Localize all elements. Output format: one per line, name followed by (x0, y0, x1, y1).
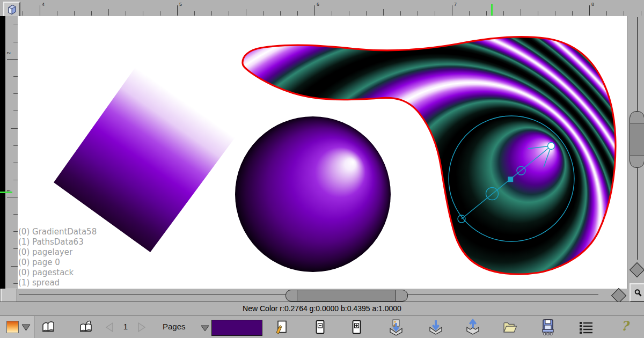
ruler-tick (57, 11, 57, 16)
delete-page-button[interactable] (315, 319, 326, 337)
ruler-tick (13, 93, 18, 94)
ruler-tick (280, 11, 281, 16)
ruler-top: 45678 (19, 0, 644, 16)
pages-label: Pages (163, 322, 186, 331)
ruler-tick (160, 11, 160, 16)
status-message: New Color r:0.2764 g:0.0000 b:0.4395 a:1… (243, 304, 401, 313)
ruler-tick (13, 283, 18, 284)
ruler-tick (246, 9, 246, 16)
layer-label: (0) pagestack (18, 268, 97, 278)
horizontal-scroll-diamond-button[interactable] (611, 288, 626, 303)
open-file-button[interactable] (502, 321, 517, 336)
ruler-unit-label: 8 (591, 2, 594, 7)
ruler-tick (297, 11, 298, 16)
open-book-button[interactable] (41, 320, 56, 336)
ruler-tick (486, 11, 487, 16)
vertical-scrollbar[interactable] (627, 16, 644, 289)
import-arrow-icon (428, 319, 444, 336)
add-page-button[interactable] (352, 319, 362, 337)
ruler-tick (13, 163, 18, 163)
ruler-tick (108, 9, 109, 16)
window-color-swatch-button[interactable] (6, 321, 19, 333)
ruler-tick (13, 145, 18, 146)
import-image-button[interactable] (388, 319, 404, 338)
ruler-tick (606, 11, 607, 16)
ruler-unit-label: 6 (317, 2, 319, 7)
page-flip-book-button[interactable] (78, 320, 93, 336)
ruler-tick (349, 11, 349, 16)
vertical-scroll-thumb[interactable] (630, 111, 644, 168)
ruler-tick (13, 214, 18, 215)
triangle-down-icon (21, 324, 31, 331)
ruler-tick (624, 11, 624, 16)
ruler-tick (641, 11, 641, 16)
ruler-tick (589, 5, 590, 16)
app-window: { "rulers": { "top": {"unit_labels": ["4… (0, 0, 644, 338)
color-dropdown-button[interactable] (21, 324, 31, 333)
ruler-top-position-marker (491, 4, 493, 16)
page-flip-book-icon (78, 320, 93, 334)
top-ruler-row: 45678 (0, 0, 644, 17)
ruler-tick (13, 76, 18, 77)
current-color-swatch[interactable] (211, 320, 262, 336)
next-page-button[interactable] (136, 321, 148, 335)
export-button[interactable] (465, 319, 481, 338)
ruler-tick (572, 11, 573, 16)
page-number-field[interactable]: 1 (119, 322, 132, 331)
radial-gradient-sphere[interactable] (235, 116, 391, 272)
artwork-layer (18, 16, 627, 289)
page-plus-icon (352, 319, 362, 335)
zoom-button[interactable] (630, 283, 644, 302)
ruler-tick (13, 231, 18, 232)
ruler-unit-label: 2 (6, 50, 11, 56)
ruler-tick (11, 266, 18, 267)
layer-label: (1) PathsData63 (18, 237, 97, 247)
ruler-tick (23, 11, 23, 16)
scrollbar-corner-box[interactable] (1, 289, 17, 302)
horizontal-scroll-thumb[interactable] (286, 290, 408, 302)
ruler-unit-label: 4 (42, 2, 45, 7)
layer-label: (0) GradientData58 (18, 227, 97, 237)
vertical-scroll-diamond-button[interactable] (630, 262, 644, 277)
ruler-tick (13, 248, 18, 249)
open-folder-icon (502, 321, 517, 334)
import-button[interactable] (428, 319, 444, 338)
ruler-unit-label: 3 (6, 188, 11, 194)
ruler-tick (521, 9, 521, 16)
ruler-tick (74, 11, 75, 16)
help-button[interactable]: ? (617, 318, 632, 335)
edit-page-button[interactable] (275, 320, 288, 337)
ruler-tick (194, 11, 195, 16)
gradient-focal-point-handle[interactable] (548, 143, 555, 150)
ruler-unit-label: 5 (179, 2, 182, 7)
list-icon (579, 321, 593, 334)
ruler-tick (13, 42, 18, 42)
export-arrow-icon (465, 319, 481, 336)
status-bar: New Color r:0.2764 g:0.0000 b:0.4395 a:1… (0, 302, 644, 316)
ruler-tick (40, 5, 40, 16)
ruler-tick (211, 11, 212, 16)
arrow-left-icon (104, 321, 115, 333)
horizontal-scrollbar[interactable] (18, 289, 627, 302)
ruler-tick (555, 11, 555, 16)
triangle-down-icon (201, 325, 209, 332)
document-list-button[interactable] (579, 321, 593, 336)
save-button[interactable] (541, 319, 555, 338)
ruler-tick (263, 11, 264, 16)
linear-gradient-rectangle[interactable] (54, 39, 252, 252)
document-canvas[interactable]: (0) GradientData58 (1) PathsData63 (0) p… (18, 16, 627, 289)
ruler-tick (7, 197, 18, 197)
ruler-tick (11, 128, 18, 129)
pages-dropdown-button[interactable] (201, 324, 209, 334)
window-edge-strip (0, 16, 5, 289)
gradient-stop-square-handle[interactable] (508, 177, 513, 182)
ruler-tick (229, 11, 229, 16)
object-tree-labels: (0) GradientData58 (1) PathsData63 (0) p… (18, 227, 97, 288)
layer-label: (0) pagelayer (18, 247, 97, 258)
previous-page-button[interactable] (104, 321, 115, 335)
save-disk-icon (541, 319, 555, 336)
corner-document-button[interactable] (3, 2, 20, 17)
open-book-icon (41, 320, 56, 334)
ruler-tick (314, 5, 315, 16)
import-image-icon (388, 319, 404, 336)
